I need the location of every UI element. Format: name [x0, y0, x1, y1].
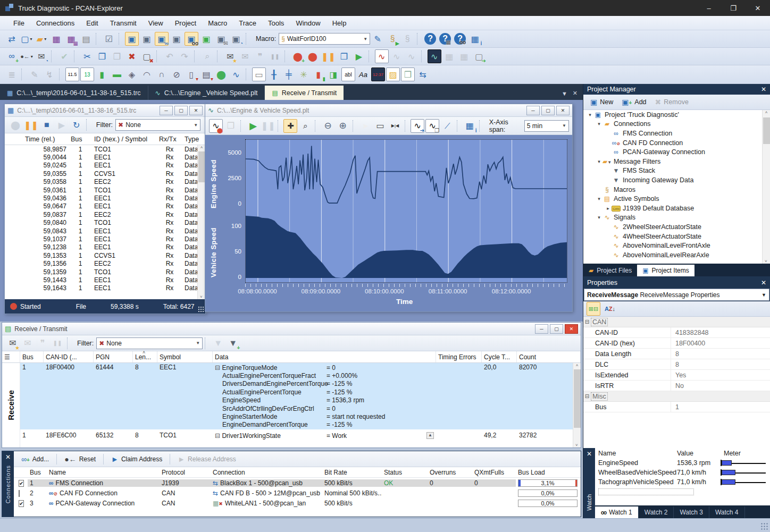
tree-item[interactable]: ∞⊘CAN FD Connection [583, 138, 770, 148]
pause-transmit-icon[interactable]: ❚❚ [268, 49, 282, 63]
watch-row[interactable]: EngineSpeed1536,3 rpm [595, 458, 770, 468]
save-icon[interactable]: ▦ [49, 32, 63, 46]
maximize-button[interactable]: ❐ [721, 0, 746, 16]
rt-apply-filter-icon[interactable]: ▼ [211, 336, 225, 350]
rt-column-header[interactable]: CAN-ID (... [44, 351, 94, 362]
trace-row[interactable]: 59,12381EEC1RxData [5, 243, 205, 251]
chart-control-icon[interactable]: ∿ [229, 67, 243, 81]
rt-column-header[interactable]: Bus [20, 351, 44, 362]
collapse-icon[interactable]: ⊟ [583, 319, 591, 325]
connection-row[interactable]: ✔3∞PCAN-Gateway ConnectionCAN▦✖WhiteLAN1… [14, 498, 581, 508]
new-tracer-icon[interactable]: ∿ [428, 49, 441, 63]
export-plot-icon[interactable]: ∿➔ [411, 119, 424, 133]
frame-icon[interactable]: ▭ [252, 67, 266, 81]
rt-restore-button[interactable]: ▢ [550, 324, 563, 334]
flowchart-window-icon[interactable]: ▣ [199, 32, 213, 46]
help-search-icon[interactable]: ?oo [454, 33, 466, 45]
expander-open-icon[interactable]: ▾ [596, 159, 602, 164]
new-file-icon[interactable]: ▢▾ [20, 32, 34, 46]
trace-row[interactable]: 59,08371EEC2RxData [5, 210, 205, 218]
tracer-save-icon[interactable]: ▦ [457, 49, 471, 63]
numeric-display-icon[interactable]: 11.5 [65, 67, 79, 81]
measure-icon[interactable]: ▶|◀ [388, 119, 402, 133]
project-tree-scrollbar[interactable]: ˄˅ [762, 110, 770, 264]
plotter-view-icon[interactable]: ∿ [390, 49, 404, 63]
watch-column-header[interactable]: Name [595, 450, 674, 457]
undo-icon[interactable]: ↶ [163, 49, 177, 63]
project-manager-close-icon[interactable]: ✕ [761, 86, 766, 93]
release-address-button[interactable]: ►Release Address [173, 453, 240, 465]
transmit-project-icon[interactable]: ⇄ [5, 32, 19, 46]
trace-filter-combo[interactable]: ✖None▼ [115, 119, 200, 131]
tab-watch-4[interactable]: Watch 4 [709, 506, 745, 518]
tab-project-files[interactable]: ▰Project Files [583, 265, 637, 276]
tree-item[interactable]: ▼Incoming Gateway Data [583, 175, 770, 185]
properties-object-selector[interactable]: ReceiveMessage ReceiveMessage Properties… [584, 289, 769, 301]
connections-column-header[interactable]: Overruns [428, 469, 472, 476]
edit-panel-icon[interactable]: ✎ [28, 67, 41, 81]
message-window-icon[interactable]: ▣✉ [214, 32, 228, 46]
trace-minimize-button[interactable]: ─ [160, 106, 173, 115]
tab-project-items[interactable]: ▣Project Items [637, 265, 694, 276]
expander-open-icon[interactable]: ▾ [587, 112, 593, 117]
print-icon[interactable]: ▤ [79, 32, 93, 46]
macro-combo[interactable]: §WaitForID100▼ [279, 33, 370, 45]
tab-watch-1[interactable]: ooWatch 1 [595, 506, 639, 518]
rt-edit-message-icon[interactable]: ✉ [21, 336, 35, 350]
plot-record-icon[interactable]: ∿⬤ [209, 119, 223, 133]
label-icon[interactable]: Aa [356, 67, 370, 81]
trace-restart-icon[interactable]: ↻ [70, 118, 83, 132]
trace-vertical-scrollbar[interactable]: ˄˅ [197, 145, 205, 299]
rt-column-header[interactable]: Timing Errors [436, 351, 482, 362]
watch-column-header[interactable]: Value [674, 450, 721, 457]
rt-vertical-scrollbar[interactable]: ˄˅ [573, 363, 581, 447]
menu-edit[interactable]: Edit [80, 17, 104, 29]
property-row[interactable]: IsExtendedYes [583, 370, 770, 381]
trace-row[interactable]: 59,03611TCO1RxData [5, 186, 205, 194]
trace-row[interactable]: 59,13561EEC2RxData [5, 259, 205, 267]
page-setup-icon[interactable]: ☑ [102, 32, 116, 46]
plot-minimize-button[interactable]: ─ [526, 106, 540, 115]
gauge-wide-icon[interactable]: ∩ [155, 67, 169, 81]
trace-row[interactable]: 59,14431EEC1RxData [5, 276, 205, 284]
datasheet-icon[interactable]: ▦i [468, 32, 482, 46]
tree-item[interactable]: ∿2WheelSteerActuatorState [583, 222, 770, 232]
watch-window-icon[interactable]: ▣oo [185, 32, 198, 46]
rt-column-header[interactable]: Len...˄ [133, 351, 157, 362]
expander-open-icon[interactable]: ▾ [596, 215, 602, 220]
properties-close-icon[interactable]: ✕ [761, 279, 766, 286]
tree-item[interactable]: ∿AboveNominalLevelFrontAxle [583, 241, 770, 250]
checkbox-cell[interactable] [14, 489, 28, 497]
watch-close-icon[interactable]: ✕ [587, 450, 592, 458]
collapse-icon[interactable]: ⊟ [583, 393, 591, 399]
open-file-icon[interactable]: ▰▾ [35, 32, 48, 46]
trace-stop-icon[interactable]: ■ [40, 118, 54, 132]
connector-icon[interactable]: ⇆ [416, 67, 430, 81]
rt-pause-icon[interactable]: ❚❚ [51, 336, 64, 350]
gauge-semicircle-icon[interactable]: ◠ [140, 67, 154, 81]
menu-macro[interactable]: Macro [202, 17, 233, 29]
trace-column-header[interactable]: Time (rel.) [23, 136, 69, 143]
copy-icon[interactable]: ❐ [95, 49, 109, 63]
spin-up-icon[interactable]: ▲ [426, 432, 434, 439]
checkbox-unchecked-icon[interactable] [19, 490, 20, 497]
run-panel-icon[interactable]: ↯ [43, 67, 56, 81]
tree-item[interactable]: ▾▰Connections [583, 120, 770, 129]
switch-icon[interactable]: ◨ [327, 67, 340, 81]
rt-message-row[interactable]: 118FE6C00651328TCO1⊟ Driver1WorkingState… [20, 431, 573, 440]
rt-message-row[interactable]: 118F00400614448EEC1⊟ EngineTorqueMode= 0… [20, 363, 573, 429]
lcd-display-icon[interactable]: 13 [80, 67, 94, 81]
edit-macro-icon[interactable]: ✎ [371, 32, 384, 46]
remove-project-item-button[interactable]: ✖Remove [651, 97, 692, 107]
trace-close-button[interactable]: ✕ [189, 106, 203, 115]
add-connection-button[interactable]: ∞+Add... [17, 453, 53, 465]
knob-icon[interactable]: ✳ [297, 67, 311, 81]
connection-row[interactable]: ✔1∞FMS ConnectionJ1939⇆BlackBox 1 - 500@… [14, 478, 581, 488]
connections-column-header[interactable]: Status [382, 469, 428, 476]
tab-watch-3[interactable]: Watch 3 [674, 506, 709, 518]
connection-row[interactable]: 2∞⊘CAN FD ConnectionCAN⇆CAN FD B - 500 >… [14, 488, 581, 498]
expander-open-icon[interactable]: ▾ [596, 196, 602, 201]
tracer-view-icon[interactable]: ▦ [442, 49, 456, 63]
trace-pause-icon[interactable]: ❚❚ [23, 118, 39, 132]
stop-macro-icon[interactable]: § [400, 32, 414, 46]
